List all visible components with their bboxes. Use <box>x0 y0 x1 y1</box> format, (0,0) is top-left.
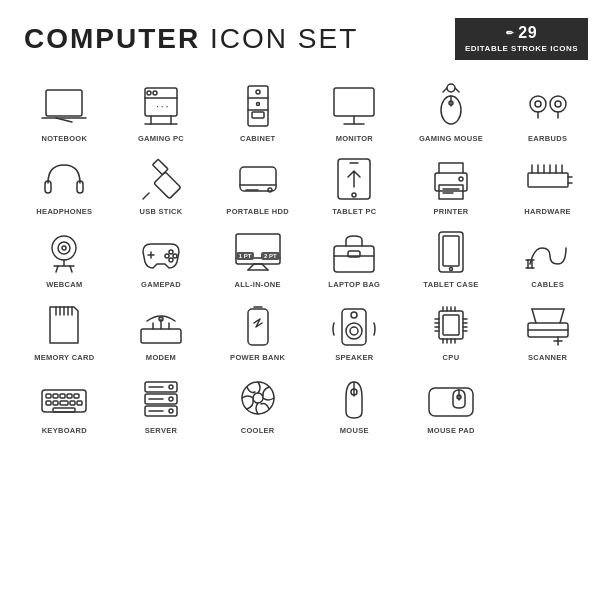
svg-point-48 <box>459 177 463 181</box>
svg-rect-133 <box>53 401 58 405</box>
svg-point-69 <box>173 254 177 258</box>
svg-rect-104 <box>443 315 459 335</box>
svg-rect-130 <box>67 394 72 398</box>
svg-point-29 <box>555 101 561 107</box>
icon-cpu: CPU <box>403 293 500 366</box>
svg-point-22 <box>447 84 455 92</box>
svg-rect-92 <box>141 329 181 343</box>
icon-all-in-one: 1 PT 2 PT ALL-IN-ONE <box>209 220 306 293</box>
svg-line-75 <box>248 264 254 270</box>
icon-gaming-mouse: GAMING MOUSE <box>403 74 500 147</box>
icon-cooler: COOLER <box>209 366 306 439</box>
icon-tablet-case: TABLET CASE <box>403 220 500 293</box>
svg-rect-45 <box>439 185 463 199</box>
icon-webcam: WEBCAM <box>16 220 113 293</box>
svg-rect-16 <box>252 112 264 118</box>
svg-rect-17 <box>334 88 374 116</box>
svg-point-58 <box>52 236 76 260</box>
svg-point-82 <box>449 268 452 271</box>
svg-point-67 <box>169 250 173 254</box>
svg-point-70 <box>169 258 173 262</box>
svg-rect-34 <box>154 172 181 199</box>
svg-point-148 <box>253 393 263 403</box>
svg-point-142 <box>169 397 173 401</box>
svg-rect-77 <box>334 246 374 272</box>
svg-rect-97 <box>248 309 268 345</box>
badge-icon: ✏ <box>506 28 515 38</box>
svg-rect-81 <box>443 236 459 266</box>
svg-rect-135 <box>70 401 75 405</box>
svg-rect-49 <box>528 173 568 187</box>
svg-point-27 <box>550 96 566 112</box>
svg-point-26 <box>530 96 546 112</box>
page-header: COMPUTER ICON SET ✏ 29 EDITABLE STROKE I… <box>0 0 612 70</box>
icon-mouse-pad: MOUSE PAD <box>403 366 500 439</box>
svg-rect-137 <box>53 408 75 412</box>
svg-text:···: ··· <box>155 103 169 112</box>
badge: ✏ 29 EDITABLE STROKE ICONS <box>455 18 588 60</box>
icon-cables: CABLES <box>499 220 596 293</box>
icon-headphones: HEADPHONES <box>16 147 113 220</box>
svg-point-59 <box>58 242 70 254</box>
icon-gamepad: GAMEPAD <box>113 220 210 293</box>
svg-line-23 <box>443 88 447 92</box>
icon-portable-hdd: PORTABLE HDD <box>209 147 306 220</box>
svg-rect-132 <box>46 401 51 405</box>
svg-rect-136 <box>77 401 82 405</box>
icon-power-bank: POWER BANK <box>209 293 306 366</box>
svg-rect-129 <box>60 394 65 398</box>
icon-hardware: HARDWARE <box>499 147 596 220</box>
svg-point-68 <box>165 254 169 258</box>
icon-grid: NOTEBOOK ··· GAMING PC <box>0 70 612 439</box>
svg-point-14 <box>256 90 260 94</box>
svg-rect-128 <box>53 394 58 398</box>
svg-point-102 <box>351 312 357 318</box>
svg-point-28 <box>535 101 541 107</box>
svg-point-141 <box>169 385 173 389</box>
svg-line-76 <box>262 264 268 270</box>
icon-earbuds: EARBUDS <box>499 74 596 147</box>
svg-point-6 <box>153 91 157 95</box>
svg-point-39 <box>268 188 272 192</box>
svg-line-24 <box>455 88 459 92</box>
icon-notebook: NOTEBOOK <box>16 74 113 147</box>
svg-rect-151 <box>429 388 473 416</box>
icon-mouse: MOUSE <box>306 366 403 439</box>
svg-point-15 <box>256 103 259 106</box>
svg-point-101 <box>350 327 358 335</box>
icon-gaming-pc: ··· GAMING PC <box>113 74 210 147</box>
icon-modem: MODEM <box>113 293 210 366</box>
icon-tablet-pc: TABLET PC <box>306 147 403 220</box>
svg-point-143 <box>169 409 173 413</box>
svg-rect-131 <box>74 394 79 398</box>
svg-point-42 <box>352 193 356 197</box>
icon-server: SERVER <box>113 366 210 439</box>
svg-point-100 <box>346 323 362 339</box>
icon-keyboard: KEYBOARD <box>16 366 113 439</box>
icon-speaker: SPEAKER <box>306 293 403 366</box>
svg-line-63 <box>56 266 58 272</box>
svg-line-36 <box>143 193 149 199</box>
svg-rect-127 <box>46 394 51 398</box>
svg-rect-35 <box>152 160 168 176</box>
icon-usb-stick: USB STICK <box>113 147 210 220</box>
svg-point-5 <box>147 91 151 95</box>
icon-memory-card: MEMORY CARD <box>16 293 113 366</box>
icon-scanner: SCANNER <box>499 293 596 366</box>
page-title: COMPUTER ICON SET <box>24 23 358 55</box>
svg-rect-0 <box>46 90 82 116</box>
svg-line-64 <box>70 266 72 272</box>
icon-cabinet: CABINET <box>209 74 306 147</box>
icon-laptop-bag: LAPTOP BAG <box>306 220 403 293</box>
svg-rect-134 <box>60 401 68 405</box>
icon-printer: PRINTER <box>403 147 500 220</box>
icon-monitor: MONITOR <box>306 74 403 147</box>
svg-point-60 <box>62 246 66 250</box>
